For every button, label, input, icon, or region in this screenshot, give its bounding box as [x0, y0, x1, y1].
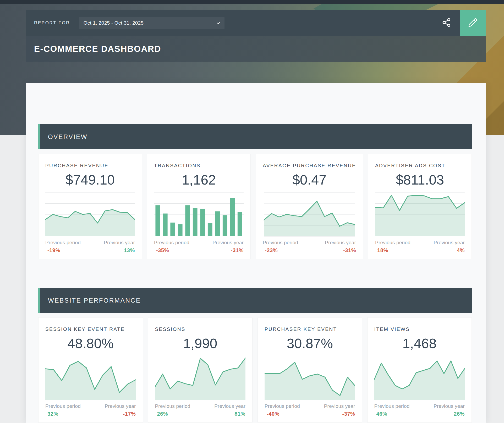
- previous-year-label: Previous year: [212, 240, 244, 246]
- page-title: E-COMMERCE DASHBOARD: [34, 44, 161, 54]
- metric-card-title: PURCHASE REVENUE: [45, 163, 135, 169]
- report-panel: OVERVIEWPURCHASE REVENUE$749.10Previous …: [26, 83, 486, 423]
- previous-period-label: Previous period: [45, 403, 81, 409]
- metric-card-title: ADVERTISER ADS COST: [375, 163, 465, 169]
- previous-year-value: 26%: [454, 411, 465, 417]
- previous-period-label: Previous period: [374, 403, 410, 409]
- previous-period-value: 32%: [47, 411, 81, 417]
- previous-year-kpi: Previous year13%: [104, 240, 135, 253]
- previous-period-value: -23%: [265, 247, 298, 253]
- bar-chart: [154, 192, 244, 237]
- previous-period-kpi: Previous period-35%: [154, 240, 189, 253]
- dashboard-header: REPORT FOR Oct 1, 2025 - Oct 31, 2025: [26, 10, 486, 62]
- area-chart: [375, 192, 465, 237]
- metric-card-purchase-revenue[interactable]: PURCHASE REVENUE$749.10Previous period-1…: [38, 154, 142, 259]
- previous-year-value: -37%: [342, 411, 355, 417]
- cards-row-overview: PURCHASE REVENUE$749.10Previous period-1…: [38, 154, 472, 259]
- metric-value: $811.03: [375, 172, 465, 188]
- cards-row-website-performance: SESSION KEY EVENT RATE48.80%Previous per…: [38, 317, 472, 423]
- area-chart: [265, 356, 355, 400]
- section-header-overview: OVERVIEW: [38, 124, 472, 149]
- top-window-strip: [0, 0, 504, 4]
- previous-year-value: 13%: [124, 247, 135, 253]
- pencil-icon: [468, 17, 478, 29]
- metric-value: 1,162: [154, 172, 244, 188]
- previous-year-kpi: Previous year81%: [214, 403, 245, 417]
- previous-year-value: 4%: [457, 247, 465, 253]
- previous-year-label: Previous year: [104, 240, 135, 246]
- date-range-dropdown[interactable]: Oct 1, 2025 - Oct 31, 2025: [79, 17, 224, 29]
- area-chart: [263, 192, 356, 237]
- metric-card-title: PURCHASER KEY EVENT: [265, 326, 355, 332]
- previous-year-label: Previous year: [324, 403, 355, 409]
- edit-button[interactable]: [460, 10, 486, 36]
- metric-card-average-purchase-revenue[interactable]: AVERAGE PURCHASE REVENUE$0.47Previous pe…: [256, 154, 363, 259]
- previous-year-kpi: Previous year4%: [434, 240, 465, 253]
- metric-card-transactions[interactable]: TRANSACTIONS1,162Previous period-35%Prev…: [147, 154, 251, 259]
- share-icon: [442, 18, 451, 28]
- comparison-footer: Previous period-35%Previous year-31%: [154, 240, 244, 253]
- sections: OVERVIEWPURCHASE REVENUE$749.10Previous …: [26, 124, 486, 423]
- metric-card-item-views[interactable]: ITEM VIEWS1,468Previous period46%Previou…: [367, 317, 472, 423]
- date-range-value: Oct 1, 2025 - Oct 31, 2025: [84, 20, 144, 26]
- comparison-footer: Previous period26%Previous year81%: [155, 403, 246, 417]
- area-chart: [374, 356, 465, 400]
- previous-period-label: Previous period: [265, 403, 300, 409]
- previous-year-label: Previous year: [105, 403, 136, 409]
- area-chart: [45, 192, 135, 237]
- previous-year-label: Previous year: [325, 240, 356, 246]
- previous-year-kpi: Previous year-17%: [105, 403, 136, 417]
- section-title: OVERVIEW: [48, 133, 87, 141]
- previous-period-value: -19%: [47, 247, 81, 253]
- metric-card-session-key-event-rate[interactable]: SESSION KEY EVENT RATE48.80%Previous per…: [38, 317, 143, 423]
- metric-card-sessions[interactable]: SESSIONS1,990Previous period26%Previous …: [148, 317, 253, 423]
- metric-card-title: AVERAGE PURCHASE REVENUE: [263, 163, 356, 169]
- metric-card-title: SESSIONS: [155, 326, 246, 332]
- metric-value: 1,990: [155, 335, 246, 352]
- previous-year-label: Previous year: [434, 240, 465, 246]
- share-button[interactable]: [434, 10, 460, 36]
- previous-period-value: 18%: [377, 247, 410, 253]
- previous-year-kpi: Previous year-31%: [325, 240, 356, 253]
- comparison-footer: Previous period-19%Previous year13%: [45, 240, 135, 253]
- metric-value: 48.80%: [45, 335, 136, 352]
- previous-period-kpi: Previous period-23%: [263, 240, 298, 253]
- metric-card-advertiser-ads-cost[interactable]: ADVERTISER ADS COST$811.03Previous perio…: [368, 154, 472, 259]
- comparison-footer: Previous period32%Previous year-17%: [45, 403, 136, 417]
- previous-year-value: -31%: [231, 247, 244, 253]
- metric-value: 30.87%: [265, 335, 355, 352]
- previous-year-value: -31%: [343, 247, 356, 253]
- previous-period-value: -35%: [156, 247, 189, 253]
- previous-period-value: -40%: [267, 411, 300, 417]
- previous-period-value: 46%: [376, 411, 410, 417]
- title-bar: E-COMMERCE DASHBOARD: [26, 36, 486, 62]
- comparison-footer: Previous period46%Previous year26%: [374, 403, 465, 417]
- metric-card-title: SESSION KEY EVENT RATE: [45, 326, 136, 332]
- previous-year-kpi: Previous year-37%: [324, 403, 355, 417]
- previous-period-label: Previous period: [263, 240, 298, 246]
- previous-year-kpi: Previous year-31%: [212, 240, 244, 253]
- chevron-down-icon: [216, 20, 221, 26]
- previous-year-value: -17%: [123, 411, 136, 417]
- metric-value: 1,468: [374, 335, 465, 352]
- previous-period-label: Previous period: [45, 240, 81, 246]
- area-chart: [45, 356, 136, 400]
- report-toolbar: REPORT FOR Oct 1, 2025 - Oct 31, 2025: [26, 10, 486, 36]
- metric-card-purchaser-key-event[interactable]: PURCHASER KEY EVENT30.87%Previous period…: [258, 317, 362, 423]
- previous-period-kpi: Previous period-19%: [45, 240, 81, 253]
- previous-year-value: 81%: [234, 411, 245, 417]
- comparison-footer: Previous period-23%Previous year-31%: [263, 240, 356, 253]
- previous-period-value: 26%: [157, 411, 190, 417]
- previous-period-kpi: Previous period46%: [374, 403, 410, 417]
- previous-period-kpi: Previous period18%: [375, 240, 410, 253]
- previous-year-kpi: Previous year26%: [434, 403, 465, 417]
- area-chart: [155, 356, 246, 400]
- metric-card-title: ITEM VIEWS: [374, 326, 465, 332]
- section-title: WEBSITE PERFORMANCE: [48, 297, 141, 304]
- metric-value: $0.47: [263, 172, 356, 188]
- previous-period-label: Previous period: [375, 240, 410, 246]
- previous-period-kpi: Previous period-40%: [265, 403, 300, 417]
- previous-period-label: Previous period: [154, 240, 189, 246]
- metric-value: $749.10: [45, 172, 135, 188]
- section-header-website-performance: WEBSITE PERFORMANCE: [38, 288, 472, 313]
